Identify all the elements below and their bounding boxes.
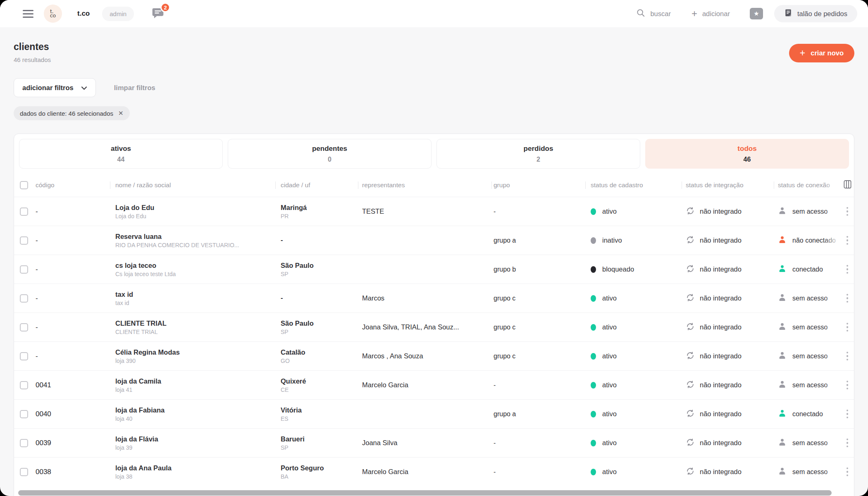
- client-representatives: Marcos , Ana Souza: [358, 352, 491, 360]
- person-icon: [778, 351, 787, 362]
- kebab-menu-icon[interactable]: [845, 437, 850, 449]
- kebab-menu-icon[interactable]: [845, 321, 850, 334]
- kebab-menu-icon[interactable]: [845, 292, 850, 305]
- tab-pendentes[interactable]: pendentes 0: [228, 139, 432, 169]
- integration-status: não integrado: [682, 438, 774, 448]
- select-all-checkbox[interactable]: [20, 181, 28, 189]
- add-button[interactable]: + adicionar: [692, 9, 730, 19]
- column-settings-cell: [840, 179, 855, 191]
- client-name-cell: tax id tax id: [110, 291, 275, 306]
- connection-status: conectado: [774, 400, 840, 428]
- kebab-menu-icon[interactable]: [845, 350, 850, 362]
- client-legal-name: Cs loja teceo teste Ltda: [115, 271, 275, 277]
- chat-button[interactable]: 2: [151, 7, 165, 21]
- row-checkbox[interactable]: [20, 207, 28, 216]
- table-row[interactable]: 0041 loja da Camila loja 41 Quixeré CE M…: [14, 370, 854, 399]
- table-row[interactable]: - CLIENTE TRIAL CLIENTE TRIAL São Paulo …: [14, 312, 854, 341]
- table-row[interactable]: - Reserva luana RIO DA PENHA COMERCIO DE…: [14, 226, 854, 255]
- client-city: -: [281, 294, 358, 302]
- kebab-menu-icon[interactable]: [845, 379, 850, 391]
- table-row[interactable]: 0040 loja da Fabiana loja 40 Vitória ES …: [14, 399, 854, 428]
- client-name-cell: loja da Ana Paula loja 38: [110, 464, 275, 480]
- row-checkbox[interactable]: [20, 410, 28, 418]
- client-uf: ES: [281, 415, 358, 422]
- table-row[interactable]: - cs loja teceo Cs loja teceo teste Ltda…: [14, 255, 854, 284]
- chat-icon: [151, 14, 165, 21]
- row-checkbox[interactable]: [20, 439, 28, 447]
- client-city: -: [281, 236, 358, 244]
- kebab-menu-icon[interactable]: [845, 466, 850, 478]
- kebab-menu-icon[interactable]: [845, 234, 850, 247]
- active-filters: dados do cliente: 46 selecionados ✕: [14, 106, 854, 120]
- topbar-left: t.co t.co admin 2: [23, 5, 165, 23]
- row-menu-cell: [840, 437, 855, 449]
- client-name: loja da Fabiana: [115, 406, 275, 414]
- chat-unread-badge: 2: [160, 2, 170, 12]
- plus-icon: +: [692, 9, 697, 19]
- kebab-menu-icon[interactable]: [845, 408, 850, 420]
- sync-icon: [686, 409, 695, 420]
- client-group: -: [491, 439, 585, 447]
- table-row[interactable]: - tax id tax id - Marcos grupo c ativo: [14, 284, 854, 312]
- columns-icon[interactable]: [843, 179, 852, 191]
- table-row[interactable]: - Loja do Edu Loja do Edu Maringá PR TES…: [14, 197, 854, 226]
- remove-filter-icon[interactable]: ✕: [118, 110, 124, 117]
- horizontal-scrollbar[interactable]: [18, 490, 832, 496]
- connection-status: sem acesso: [774, 313, 840, 341]
- add-filters-button[interactable]: adicionar filtros: [14, 78, 96, 97]
- connection-status-label: sem acesso: [792, 439, 827, 447]
- integration-status: não integrado: [682, 235, 774, 246]
- row-menu-cell: [840, 350, 855, 362]
- client-city: Porto Seguro: [281, 464, 358, 472]
- tab-todos[interactable]: todos 46: [645, 139, 849, 169]
- favorites-ticket-button[interactable]: ★: [750, 8, 763, 19]
- connection-status-label: não conectado: [792, 237, 836, 244]
- table-row[interactable]: - Célia Regina Modas loja 390 Catalão GO…: [14, 341, 854, 370]
- row-checkbox[interactable]: [20, 323, 28, 331]
- sync-icon: [686, 467, 695, 477]
- sync-icon: [686, 380, 695, 391]
- topbar-right: buscar + adicionar ★: [636, 5, 857, 22]
- order-pad-label: talão de pedidos: [797, 10, 847, 18]
- person-icon: [778, 322, 787, 333]
- client-representatives: Marcelo Garcia: [358, 381, 491, 389]
- client-code: 0040: [36, 410, 110, 418]
- connection-status: sem acesso: [774, 197, 840, 226]
- clear-filters-button[interactable]: limpar filtros: [114, 84, 155, 92]
- row-checkbox[interactable]: [20, 352, 28, 360]
- row-checkbox[interactable]: [20, 265, 28, 274]
- column-header-status-conexao: status de conexão: [774, 181, 840, 189]
- column-header-cidade: cidade / uf: [275, 181, 358, 189]
- row-checkbox[interactable]: [20, 381, 28, 389]
- row-checkbox[interactable]: [20, 468, 28, 476]
- client-group: grupo c: [491, 324, 585, 331]
- connection-status-label: sem acesso: [792, 324, 827, 331]
- order-pad-button[interactable]: talão de pedidos: [774, 5, 857, 22]
- client-city: Catalão: [281, 348, 358, 356]
- client-name: Célia Regina Modas: [115, 348, 275, 356]
- order-pad-icon: [784, 8, 792, 19]
- client-city: Maringá: [281, 204, 358, 212]
- kebab-menu-icon[interactable]: [845, 205, 850, 218]
- page-title-block: clientes 46 resultados: [14, 41, 51, 63]
- client-group: grupo a: [491, 237, 585, 244]
- tab-perdidos[interactable]: perdidos 2: [436, 139, 640, 169]
- hamburger-menu-icon[interactable]: [23, 10, 33, 18]
- row-checkbox[interactable]: [20, 294, 28, 303]
- kebab-menu-icon[interactable]: [845, 263, 850, 276]
- tab-ativos[interactable]: ativos 44: [19, 139, 223, 169]
- brand-logo[interactable]: t.co: [44, 5, 62, 23]
- create-new-button[interactable]: + criar novo: [789, 44, 854, 62]
- client-city: São Paulo: [281, 262, 358, 269]
- client-representatives: Marcelo Garcia: [358, 468, 491, 476]
- client-code: 0039: [36, 439, 110, 447]
- column-header-codigo: código: [36, 181, 110, 189]
- row-menu-cell: [840, 408, 855, 420]
- search-button[interactable]: buscar: [636, 8, 671, 19]
- client-name: loja da Ana Paula: [115, 464, 275, 472]
- row-checkbox[interactable]: [20, 236, 28, 245]
- registration-status-dot: [591, 237, 596, 244]
- client-representatives: Joana Silva, TRIAL, Ana Souz...: [358, 323, 491, 331]
- table-row[interactable]: 0038 loja da Ana Paula loja 38 Porto Seg…: [14, 457, 854, 486]
- table-row[interactable]: 0039 loja da Flávia loja 39 Barueri SP J…: [14, 428, 854, 457]
